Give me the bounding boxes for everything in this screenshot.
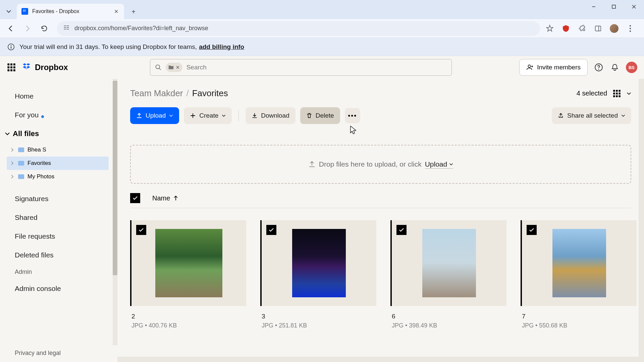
notifications-button[interactable] [610,62,620,72]
main-content: Team Makder / Favorites 4 selected Uploa… [117,79,644,362]
side-panel-icon[interactable] [594,24,602,33]
sidebar-item-privacy-legal[interactable]: Privacy and legal [0,343,117,362]
app-launcher-icon[interactable] [7,63,16,72]
file-select-checkbox[interactable] [266,225,276,235]
nav-reload-button[interactable] [37,21,52,36]
grid-view-icon[interactable] [612,89,621,98]
tree-item-favorites[interactable]: Favorites [7,157,109,170]
nav-back-button[interactable] [3,21,18,36]
brand-name: Dropbox [35,63,68,72]
search-icon [155,64,162,71]
profile-avatar[interactable] [610,24,619,33]
check-icon [138,227,144,233]
help-button[interactable] [594,62,604,72]
plus-icon [190,113,196,119]
main-vertical-scrollbar[interactable] [639,79,644,362]
search-input[interactable] [186,64,447,71]
file-name[interactable]: 6 [390,313,506,320]
select-all-checkbox[interactable] [130,193,140,203]
nav-forward-button[interactable] [20,21,35,36]
new-tab-button[interactable]: + [127,6,140,18]
chevron-down-icon[interactable] [627,91,631,96]
breadcrumb-parent[interactable]: Team Makder [130,88,183,99]
sidebar-item-file-requests[interactable]: File requests [0,227,117,246]
sidebar-item-shared[interactable]: Shared [0,208,117,227]
invite-members-button[interactable]: Invite members [519,59,588,76]
tab-title: Favorites - Dropbox [32,8,110,14]
file-select-checkbox[interactable] [527,225,537,235]
file-card[interactable]: 3 JPG • 251.81 KB [260,220,376,329]
file-name[interactable]: 7 [521,313,637,320]
breadcrumb-current: Favorites [192,88,228,99]
file-select-checkbox[interactable] [396,225,407,235]
dropzone-text: Drop files here to upload, or click [319,160,422,168]
sidebar-item-for-you[interactable]: For you [0,106,117,124]
browser-tab-active[interactable]: Favorites - Dropbox ✕ [17,4,124,19]
sidebar-for-you-label: For you [15,111,39,119]
chip-clear-icon[interactable]: ✕ [176,65,180,70]
svg-point-12 [630,30,631,32]
download-button[interactable]: Download [246,107,296,124]
chrome-menu-icon[interactable] [626,24,635,33]
file-card[interactable]: 2 JPG • 400.76 KB [130,220,246,329]
extension-ublock-icon[interactable] [561,24,570,33]
breadcrumb: Team Makder / Favorites 4 selected [130,88,631,99]
sidebar-section-admin: Admin [0,264,117,279]
bookmark-star-icon[interactable] [545,24,554,33]
search-folder-chip[interactable]: ✕ [166,63,182,72]
breadcrumb-separator: / [186,88,189,99]
sidebar-item-all-files[interactable]: All files [0,124,117,143]
file-thumbnail[interactable] [390,220,506,306]
file-name[interactable]: 3 [260,313,376,320]
window-maximize[interactable] [604,0,624,13]
search-box[interactable]: ✕ [150,59,452,76]
file-meta: JPG • 400.76 KB [130,322,246,329]
tree-item-label: Favorites [28,160,51,167]
dropzone-upload-link[interactable]: Upload [425,160,453,169]
user-avatar-badge[interactable]: BS [626,62,637,73]
file-thumbnail[interactable] [130,220,246,306]
file-dropzone[interactable]: Drop files here to upload, or click Uplo… [130,145,631,184]
site-settings-icon[interactable] [63,24,70,33]
window-minimize[interactable] [584,0,604,13]
dropbox-logo[interactable]: Dropbox [22,62,68,72]
svg-rect-36 [613,95,615,97]
more-actions-button[interactable]: ••• [345,108,360,123]
trial-banner: Your trial will end in 31 days. To keep … [0,38,644,56]
tree-item-bhea-s[interactable]: Bhea S [7,143,109,157]
column-name-header[interactable]: Name [152,194,178,202]
file-card[interactable]: 6 JPG • 398.49 KB [390,220,506,329]
share-all-button[interactable]: Share all selected [552,107,631,124]
sidebar-item-admin-console[interactable]: Admin console [0,279,117,298]
folder-icon [18,161,24,166]
all-files-label: All files [13,129,39,138]
folder-icon [168,65,174,70]
file-card[interactable]: 7 JPG • 550.68 KB [521,220,637,329]
tree-item-my-photos[interactable]: My Photos [7,170,109,183]
extensions-puzzle-icon[interactable] [578,24,586,33]
create-button[interactable]: Create [184,107,232,124]
sidebar-item-signatures[interactable]: Signatures [0,189,117,208]
file-thumbnail[interactable] [521,220,637,306]
svg-rect-20 [10,66,12,68]
window-close[interactable] [624,0,644,13]
svg-rect-6 [64,29,66,29]
svg-rect-5 [67,27,69,28]
app-bar: Dropbox ✕ Invite members BS [0,56,644,79]
file-name[interactable]: 2 [130,313,246,320]
file-thumbnail[interactable] [260,220,376,306]
share-icon [558,113,564,119]
add-billing-link[interactable]: add billing info [199,43,244,51]
chevron-right-icon [10,161,15,165]
sidebar-item-deleted-files[interactable]: Deleted files [0,246,117,264]
tab-close-button[interactable]: ✕ [113,8,119,15]
upload-button[interactable]: Upload [130,107,179,124]
browser-toolbar: dropbox.com/home/Favorites?di=left_nav_b… [0,19,644,38]
sidebar-scrollbar[interactable] [113,79,117,345]
delete-button[interactable]: Delete [300,107,340,124]
sidebar-item-home[interactable]: Home [0,87,117,106]
file-select-checkbox[interactable] [136,225,146,235]
main-horizontal-scrollbar[interactable] [117,357,639,362]
address-bar[interactable]: dropbox.com/home/Favorites?di=left_nav_b… [57,21,540,36]
tab-list-dropdown[interactable] [3,5,15,17]
